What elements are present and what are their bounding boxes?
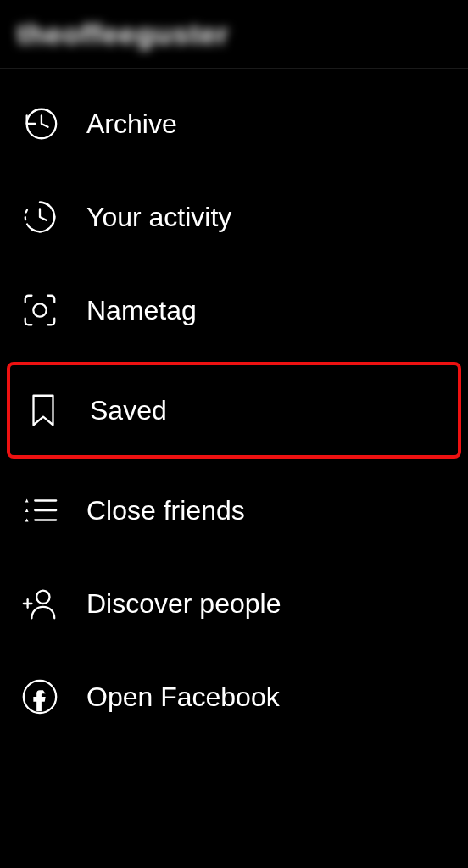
- menu-item-nametag[interactable]: Nametag: [0, 264, 468, 357]
- activity-clock-icon: [17, 194, 63, 240]
- menu-item-close-friends[interactable]: Close friends: [0, 464, 468, 557]
- bookmark-icon: [20, 387, 66, 433]
- menu-item-archive[interactable]: Archive: [0, 77, 468, 170]
- menu-item-discover-people[interactable]: Discover people: [0, 557, 468, 650]
- menu-item-saved[interactable]: Saved: [7, 362, 461, 459]
- menu-item-open-facebook[interactable]: Open Facebook: [0, 650, 468, 743]
- side-menu: Archive Your activity Nametag: [0, 69, 468, 752]
- menu-item-label: Close friends: [86, 495, 245, 526]
- menu-item-your-activity[interactable]: Your activity: [0, 170, 468, 264]
- header: theoffeeguster: [0, 0, 468, 69]
- menu-item-label: Nametag: [86, 295, 197, 326]
- menu-item-label: Discover people: [86, 588, 281, 620]
- facebook-icon: [17, 674, 63, 720]
- svg-point-5: [36, 591, 49, 604]
- username-title: theoffeeguster: [17, 18, 229, 51]
- menu-item-label: Saved: [90, 395, 167, 426]
- nametag-scan-icon: [17, 287, 63, 333]
- svg-point-1: [33, 303, 46, 316]
- archive-history-icon: [17, 101, 63, 147]
- star-list-icon: [17, 487, 63, 533]
- menu-item-label: Archive: [86, 108, 177, 140]
- menu-item-label: Open Facebook: [86, 682, 280, 713]
- add-person-icon: [17, 581, 63, 626]
- menu-item-label: Your activity: [86, 202, 231, 233]
